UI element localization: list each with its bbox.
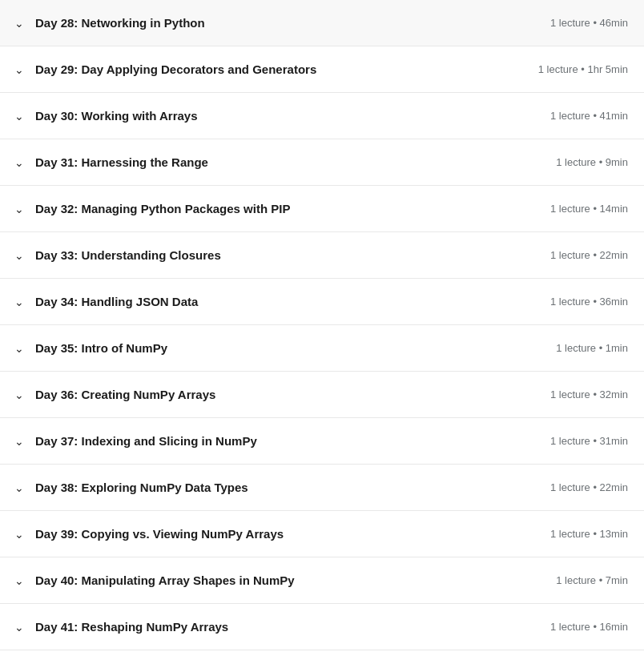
course-title: Day 39: Copying vs. Viewing NumPy Arrays <box>35 525 284 542</box>
course-title: Day 36: Creating NumPy Arrays <box>35 386 215 403</box>
course-title: Day 30: Working with Arrays <box>35 107 198 124</box>
course-item[interactable]: ⌄ Day 38: Exploring NumPy Data Types 1 l… <box>0 465 644 511</box>
course-list: ⌄ Day 28: Networking in Python 1 lecture… <box>0 0 644 650</box>
chevron-down-icon: ⌄ <box>13 156 26 169</box>
course-meta: 1 lecture • 7min <box>556 574 628 586</box>
course-meta: 1 lecture • 16min <box>550 621 628 633</box>
course-meta: 1 lecture • 1hr 5min <box>538 63 628 75</box>
course-meta: 1 lecture • 14min <box>550 203 628 215</box>
course-meta: 1 lecture • 36min <box>550 296 628 308</box>
course-item-left: ⌄ Day 29: Day Applying Decorators and Ge… <box>13 61 522 78</box>
course-item[interactable]: ⌄ Day 34: Handling JSON Data 1 lecture •… <box>0 279 644 325</box>
course-item[interactable]: ⌄ Day 29: Day Applying Decorators and Ge… <box>0 46 644 93</box>
course-item[interactable]: ⌄ Day 36: Creating NumPy Arrays 1 lectur… <box>0 372 644 418</box>
course-item[interactable]: ⌄ Day 41: Reshaping NumPy Arrays 1 lectu… <box>0 604 644 650</box>
course-item[interactable]: ⌄ Day 32: Managing Python Packages with … <box>0 186 644 232</box>
course-item-left: ⌄ Day 37: Indexing and Slicing in NumPy <box>13 433 534 449</box>
course-item-left: ⌄ Day 32: Managing Python Packages with … <box>13 200 534 217</box>
course-item[interactable]: ⌄ Day 30: Working with Arrays 1 lecture … <box>0 93 644 139</box>
course-title: Day 29: Day Applying Decorators and Gene… <box>35 61 316 78</box>
course-item-left: ⌄ Day 34: Handling JSON Data <box>13 293 534 310</box>
chevron-down-icon: ⌄ <box>13 621 26 634</box>
course-item[interactable]: ⌄ Day 40: Manipulating Array Shapes in N… <box>0 557 644 604</box>
course-title: Day 33: Understanding Closures <box>35 247 221 264</box>
course-title: Day 32: Managing Python Packages with PI… <box>35 200 290 217</box>
course-item-left: ⌄ Day 41: Reshaping NumPy Arrays <box>13 618 534 635</box>
course-title: Day 41: Reshaping NumPy Arrays <box>35 618 228 635</box>
course-title: Day 40: Manipulating Array Shapes in Num… <box>35 572 295 589</box>
chevron-down-icon: ⌄ <box>13 296 26 308</box>
chevron-down-icon: ⌄ <box>13 203 26 215</box>
course-title: Day 31: Harnessing the Range <box>35 154 208 171</box>
course-meta: 1 lecture • 32min <box>550 388 628 400</box>
chevron-down-icon: ⌄ <box>13 481 26 494</box>
chevron-down-icon: ⌄ <box>13 574 26 587</box>
course-meta: 1 lecture • 46min <box>550 17 628 29</box>
chevron-down-icon: ⌄ <box>13 388 26 401</box>
course-item-left: ⌄ Day 31: Harnessing the Range <box>13 154 540 171</box>
course-item-left: ⌄ Day 33: Understanding Closures <box>13 247 534 264</box>
course-item[interactable]: ⌄ Day 31: Harnessing the Range 1 lecture… <box>0 139 644 186</box>
course-item-left: ⌄ Day 38: Exploring NumPy Data Types <box>13 479 534 496</box>
course-meta: 1 lecture • 1min <box>556 342 628 354</box>
course-item-left: ⌄ Day 28: Networking in Python <box>13 14 534 31</box>
course-title: Day 34: Handling JSON Data <box>35 293 198 310</box>
course-meta: 1 lecture • 31min <box>550 435 628 447</box>
course-meta: 1 lecture • 22min <box>550 249 628 261</box>
course-item[interactable]: ⌄ Day 28: Networking in Python 1 lecture… <box>0 0 644 46</box>
course-item-left: ⌄ Day 40: Manipulating Array Shapes in N… <box>13 572 540 589</box>
chevron-down-icon: ⌄ <box>13 342 26 355</box>
chevron-down-icon: ⌄ <box>13 528 26 541</box>
course-item[interactable]: ⌄ Day 37: Indexing and Slicing in NumPy … <box>0 418 644 465</box>
course-title: Day 28: Networking in Python <box>35 14 205 31</box>
course-item[interactable]: ⌄ Day 39: Copying vs. Viewing NumPy Arra… <box>0 511 644 557</box>
course-item-left: ⌄ Day 35: Intro of NumPy <box>13 340 540 356</box>
course-meta: 1 lecture • 9min <box>556 156 628 168</box>
course-meta: 1 lecture • 13min <box>550 528 628 540</box>
course-title: Day 38: Exploring NumPy Data Types <box>35 479 248 496</box>
course-meta: 1 lecture • 41min <box>550 110 628 122</box>
course-item-left: ⌄ Day 36: Creating NumPy Arrays <box>13 386 534 403</box>
course-meta: 1 lecture • 22min <box>550 481 628 493</box>
course-item-left: ⌄ Day 30: Working with Arrays <box>13 107 534 124</box>
course-item-left: ⌄ Day 39: Copying vs. Viewing NumPy Arra… <box>13 525 534 542</box>
chevron-down-icon: ⌄ <box>13 17 26 30</box>
course-item[interactable]: ⌄ Day 33: Understanding Closures 1 lectu… <box>0 232 644 279</box>
chevron-down-icon: ⌄ <box>13 110 26 123</box>
course-item[interactable]: ⌄ Day 35: Intro of NumPy 1 lecture • 1mi… <box>0 325 644 372</box>
chevron-down-icon: ⌄ <box>13 249 26 262</box>
course-title: Day 37: Indexing and Slicing in NumPy <box>35 433 257 449</box>
course-title: Day 35: Intro of NumPy <box>35 340 167 356</box>
chevron-down-icon: ⌄ <box>13 63 26 76</box>
chevron-down-icon: ⌄ <box>13 435 26 448</box>
